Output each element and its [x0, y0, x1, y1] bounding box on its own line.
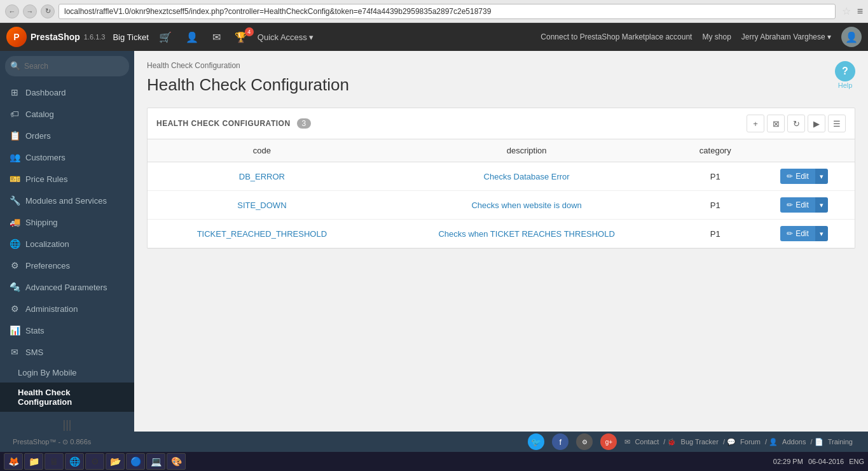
performance-label: PrestaShop™ - ⊙ 0.866s: [13, 438, 91, 446]
search-input[interactable]: [5, 56, 129, 76]
list-button[interactable]: ☰: [828, 115, 846, 132]
sidebar-item-label: Administration: [25, 304, 78, 314]
sidebar-item-administration[interactable]: ⚙ Administration: [0, 298, 134, 320]
table-card: HEALTH CHECK CONFIGURATION 3 + ⊠ ↻ ▶ ☰ c…: [147, 108, 855, 249]
twitter-link[interactable]: 🐦: [528, 433, 544, 450]
marketplace-connect[interactable]: Connect to PrestaShop Marketplace accoun…: [541, 32, 692, 41]
sidebar-item-dashboard[interactable]: ⊞ Dashboard: [0, 81, 134, 103]
browser-menu-icon[interactable]: ≡: [857, 6, 863, 17]
github-link[interactable]: ⚙: [576, 433, 593, 450]
taskbar-app-3[interactable]: 🖥: [45, 453, 64, 470]
training-link[interactable]: Training: [828, 438, 853, 446]
top-nav: P PrestaShop 1.6.1.3 Big Ticket 🛒 👤 ✉ 🏆 …: [0, 23, 868, 51]
add-record-button[interactable]: +: [747, 115, 764, 132]
sidebar-item-shipping[interactable]: 🚚 Shipping: [0, 211, 134, 233]
sidebar-item-label: Modules and Services: [25, 196, 107, 206]
forum-link[interactable]: Forum: [740, 438, 761, 446]
taskbar-app-7[interactable]: 🔵: [126, 453, 145, 470]
googleplus-link[interactable]: g+: [600, 433, 617, 450]
sidebar-item-stats[interactable]: 📊 Stats: [0, 320, 134, 341]
footer-center: 🐦 f ⚙ g+ ✉ Contact / 🐞 Bug Tracker / 💬 F…: [528, 433, 855, 450]
sidebar-item-label: Shipping: [25, 218, 58, 227]
refresh-button[interactable]: ↻: [787, 115, 805, 132]
sidebar-item-label: Catalog: [25, 109, 54, 119]
training-icon: 📄: [815, 438, 823, 446]
help-label: Help: [835, 81, 855, 89]
contact-link[interactable]: Contact: [635, 438, 659, 446]
taskbar-app-9[interactable]: 🎨: [167, 453, 186, 470]
addons-link[interactable]: Addons: [782, 438, 806, 446]
cell-description: Checks when website is down: [376, 191, 677, 220]
cell-actions: ✏ Edit ▾: [754, 220, 855, 248]
footer-links: ✉ Contact / 🐞 Bug Tracker / 💬 Forum / 👤 …: [624, 438, 855, 446]
edit-button[interactable]: ✏ Edit: [780, 197, 815, 213]
taskbar-app-2[interactable]: 📁: [24, 453, 43, 470]
logo-area: P PrestaShop 1.6.1.3 Big Ticket: [6, 27, 149, 47]
sidebar-item-label: Customers: [25, 153, 65, 162]
bug-tracker-link[interactable]: Bug Tracker: [681, 438, 719, 446]
sidebar-item-label: Advanced Parameters: [25, 283, 107, 292]
sidebar-item-customers[interactable]: 👥 Customers: [0, 146, 134, 168]
sidebar-item-label: Orders: [25, 131, 51, 141]
taskbar-app-8[interactable]: 💻: [146, 453, 165, 470]
edit-button[interactable]: ✏ Edit: [780, 169, 815, 184]
logo-icon: P: [6, 27, 27, 47]
firefox-icon: 🦊: [8, 456, 19, 467]
my-shop-link[interactable]: My shop: [702, 32, 731, 41]
sidebar-item-orders[interactable]: 📋 Orders: [0, 125, 134, 146]
table-header: HEALTH CHECK CONFIGURATION 3 + ⊠ ↻ ▶ ☰: [148, 108, 855, 139]
bookmark-icon[interactable]: ☆: [842, 5, 851, 17]
sidebar-item-preferences[interactable]: ⚙ Preferences: [0, 255, 134, 276]
taskbar: 🦊 📁 🖥 🌐 ⚙ 📂 🔵 💻 🎨 02:29 PM 06-04-2016 EN…: [0, 452, 868, 471]
breadcrumb: Health Check Configuration: [147, 61, 855, 70]
sidebar-item-sms[interactable]: ✉ SMS: [0, 341, 134, 363]
refresh-button[interactable]: ↻: [41, 4, 55, 18]
forward-button[interactable]: →: [23, 4, 37, 18]
pencil-icon: ✏: [787, 200, 793, 209]
app-icon-4: 🌐: [69, 456, 80, 467]
col-code: code: [148, 139, 376, 162]
browser-bar: ← → ↻ ☆ ≡: [0, 0, 868, 23]
edit-dropdown-button[interactable]: ▾: [815, 226, 828, 241]
export-button[interactable]: ⊠: [767, 115, 785, 132]
sidebar-item-localization[interactable]: 🌐 Localization: [0, 233, 134, 255]
badge-count: 4: [245, 27, 254, 36]
stats-icon: 📊: [9, 325, 20, 335]
sidebar-item-login-by-mobile[interactable]: Login By Mobile: [0, 363, 134, 383]
cell-code: DB_ERROR: [148, 162, 376, 191]
sidebar-item-label: Stats: [25, 326, 45, 335]
date-display: 06-04-2016: [808, 458, 844, 465]
user-menu[interactable]: Jerry Abraham Varghese ▾: [741, 32, 831, 41]
sidebar-item-modules[interactable]: 🔧 Modules and Services: [0, 190, 134, 211]
edit-button[interactable]: ✏ Edit: [780, 226, 815, 241]
url-bar[interactable]: [59, 4, 836, 19]
facebook-link[interactable]: f: [552, 433, 568, 450]
edit-dropdown-button[interactable]: ▾: [815, 169, 828, 184]
sidebar-item-health-check[interactable]: Health Check Configuration: [0, 383, 134, 412]
sidebar-item-catalog[interactable]: 🏷 Catalog: [0, 103, 134, 125]
table-row: DB_ERROR Checks Database Error P1 ✏ Edit…: [148, 162, 855, 191]
record-count: 3: [297, 118, 312, 129]
cart-icon[interactable]: 🛒: [155, 31, 176, 43]
taskbar-app-4[interactable]: 🌐: [65, 453, 84, 470]
taskbar-firefox[interactable]: 🦊: [4, 453, 23, 470]
terminal-button[interactable]: ▶: [808, 115, 825, 132]
help-button[interactable]: ? Help: [835, 61, 855, 89]
edit-dropdown-button[interactable]: ▾: [815, 197, 828, 213]
back-button[interactable]: ←: [5, 4, 19, 18]
sidebar-collapse-button[interactable]: |||: [0, 412, 134, 432]
sidebar-item-label: SMS: [25, 348, 43, 357]
cell-actions: ✏ Edit ▾: [754, 162, 855, 191]
sidebar-item-advanced[interactable]: 🔩 Advanced Parameters: [0, 276, 134, 298]
notification-badge[interactable]: 🏆 4: [231, 31, 251, 43]
email-icon[interactable]: ✉: [209, 31, 224, 43]
sms-icon: ✉: [9, 347, 20, 357]
person-icon[interactable]: 👤: [182, 31, 202, 43]
edit-group: ✏ Edit ▾: [780, 226, 828, 241]
content-area: Health Check Configuration Health Check …: [134, 51, 868, 432]
cell-category: P1: [677, 220, 754, 248]
sidebar-item-price-rules[interactable]: 🎫 Price Rules: [0, 168, 134, 190]
taskbar-app-5[interactable]: ⚙: [85, 453, 104, 470]
taskbar-app-6[interactable]: 📂: [106, 453, 125, 470]
quick-access-menu[interactable]: Quick Access ▾: [258, 32, 314, 42]
